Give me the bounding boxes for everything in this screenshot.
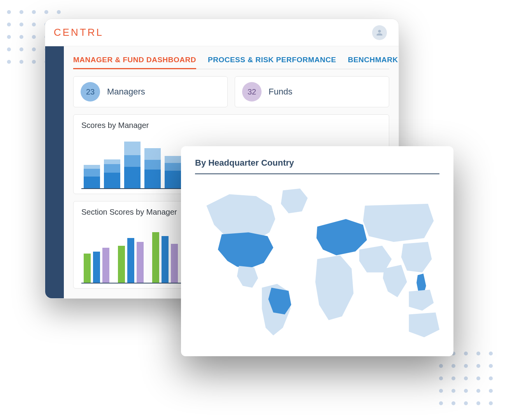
user-icon bbox=[375, 28, 384, 37]
region-se-asia-islands bbox=[409, 290, 434, 311]
tab-manager-fund-dashboard[interactable]: MANAGER & FUND DASHBOARD bbox=[73, 53, 196, 69]
overlay-map-card: By Headquarter Country bbox=[181, 146, 453, 356]
world-map-svg bbox=[195, 181, 439, 345]
stat-card-funds[interactable]: 32 Funds bbox=[235, 76, 389, 107]
tab-bar: MANAGER & FUND DASHBOARD PROCESS & RISK … bbox=[73, 53, 389, 69]
sidebar bbox=[45, 46, 64, 298]
stacked-bar bbox=[144, 148, 161, 188]
stacked-bar bbox=[165, 156, 181, 188]
user-avatar[interactable] bbox=[372, 25, 387, 40]
stat-card-managers[interactable]: 23 Managers bbox=[73, 76, 228, 107]
world-map[interactable] bbox=[195, 181, 439, 345]
brand-logo: CENTRL bbox=[54, 26, 104, 38]
region-south-asia bbox=[383, 265, 407, 297]
region-australia bbox=[409, 313, 440, 338]
stacked-bar bbox=[124, 142, 141, 188]
bar-triplet bbox=[152, 232, 178, 283]
region-africa bbox=[315, 255, 353, 320]
managers-count-badge: 23 bbox=[81, 82, 100, 102]
region-greenland bbox=[281, 189, 308, 214]
region-mexico-central bbox=[237, 266, 258, 288]
managers-label: Managers bbox=[107, 87, 145, 97]
funds-count-badge: 32 bbox=[242, 82, 262, 102]
region-russia bbox=[363, 204, 434, 242]
chart-title: Scores by Manager bbox=[81, 121, 381, 130]
stacked-bar bbox=[104, 159, 120, 188]
tab-benchmarking[interactable]: BENCHMARKING bbox=[348, 53, 399, 69]
stacked-bar bbox=[84, 165, 100, 188]
titlebar: CENTRL bbox=[45, 19, 399, 46]
bar-triplet bbox=[118, 238, 144, 283]
overlay-title: By Headquarter Country bbox=[195, 158, 439, 174]
funds-label: Funds bbox=[269, 87, 292, 97]
tab-process-risk-performance[interactable]: PROCESS & RISK PERFORMANCE bbox=[208, 53, 336, 69]
bar-triplet bbox=[84, 248, 109, 283]
region-usa bbox=[218, 233, 273, 269]
decorative-dots-bottom-right bbox=[439, 352, 493, 405]
region-east-asia bbox=[401, 242, 432, 273]
